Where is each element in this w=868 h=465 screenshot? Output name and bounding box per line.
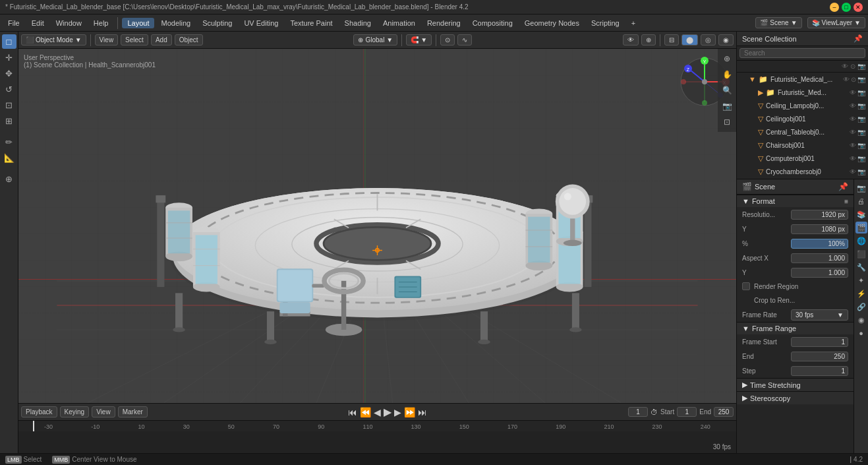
viewport-hand-tool[interactable]: ✋ — [720, 67, 734, 82]
proportional-edit[interactable]: ⊙ — [440, 34, 455, 46]
outliner-item-1[interactable]: ▽ Ceiling_Lampobj0... 👁 📷 — [737, 99, 868, 112]
marker-menu[interactable]: Marker — [118, 406, 148, 418]
menu-help[interactable]: Help — [88, 18, 114, 28]
workspace-geometry-nodes[interactable]: Geometry Nodes — [519, 18, 585, 28]
outliner-item-render[interactable]: 📷 — [857, 76, 865, 83]
workspace-scripting[interactable]: Scripting — [586, 18, 625, 28]
menu-edit[interactable]: Edit — [26, 18, 49, 28]
sidebar-transform-tool[interactable]: ⊞ — [2, 113, 16, 128]
outliner-item-4[interactable]: ▽ Chairsobj001 👁 📷 — [737, 139, 868, 152]
aspect-x-value[interactable]: 1.000 — [791, 253, 848, 263]
aspect-y-value[interactable]: 1.000 — [791, 268, 848, 278]
workspace-add[interactable]: + — [626, 18, 641, 28]
sidebar-select-tool[interactable]: □ — [2, 34, 16, 49]
play-button[interactable]: ▶ — [384, 406, 391, 418]
maximize-button[interactable]: □ — [842, 3, 851, 12]
workspace-modeling[interactable]: Modeling — [156, 18, 196, 28]
outliner-item-collection[interactable]: ▼ 📁 Futuristic_Medical_... 👁 ⊙ 📷 — [737, 73, 868, 86]
outliner-item-0[interactable]: ▶ 📁 Futuristic_Med... 👁 📷 — [737, 86, 868, 99]
resolution-x-value[interactable]: 1920 px — [791, 210, 848, 220]
viewport-gizmos[interactable]: ⊕ — [641, 34, 656, 46]
prop-tab-material[interactable]: ● — [855, 327, 867, 339]
item-0-visible[interactable]: 👁 — [850, 89, 856, 96]
viewport-frame-selected[interactable]: ⊡ — [720, 115, 734, 129]
jump-to-start-button[interactable]: ⏮ — [348, 407, 357, 418]
wireframe-shading[interactable]: ⊟ — [664, 34, 679, 46]
outliner-col-selectable[interactable]: ⊙ — [850, 63, 855, 70]
item-4-render[interactable]: 📷 — [857, 142, 865, 149]
outliner-item-6[interactable]: ▽ Cryochambersobj0 👁 📷 — [737, 165, 868, 178]
format-section-header[interactable]: ▼ Format ≡ — [737, 195, 854, 207]
workspace-rendering[interactable]: Rendering — [422, 18, 466, 28]
prop-tab-output[interactable]: 🖨 — [855, 195, 867, 207]
resolution-percent-value[interactable]: 100% — [791, 239, 848, 249]
frame-step-value[interactable]: 1 — [791, 366, 848, 376]
prop-tab-scene[interactable]: 🎬 — [855, 222, 867, 233]
outliner-col-visible[interactable]: 👁 — [842, 63, 848, 70]
sidebar-scale-tool[interactable]: ⊡ — [2, 98, 16, 112]
workspace-texture-paint[interactable]: Texture Paint — [285, 18, 337, 28]
item-1-render[interactable]: 📷 — [857, 102, 865, 109]
sidebar-rotate-tool[interactable]: ↺ — [2, 82, 16, 96]
stereoscopy-header[interactable]: ▶ Stereoscopy — [737, 391, 854, 404]
keying-menu[interactable]: Keying — [60, 406, 90, 418]
workspace-shading[interactable]: Shading — [339, 18, 376, 28]
viewport-overlays[interactable]: 👁 — [623, 34, 639, 46]
prop-tab-object[interactable]: ⬛ — [855, 248, 867, 260]
item-1-visible[interactable]: 👁 — [850, 102, 856, 109]
item-2-visible[interactable]: 👁 — [850, 115, 856, 123]
viewport-view-gizmo[interactable]: ⊕ — [720, 51, 734, 66]
step-forward-button[interactable]: ⏩ — [404, 407, 415, 418]
item-6-render[interactable]: 📷 — [857, 168, 865, 175]
current-frame-input[interactable]: 1 — [628, 407, 648, 417]
item-0-render[interactable]: 📷 — [857, 89, 865, 96]
frame-start-value[interactable]: 1 — [791, 337, 848, 347]
format-options-icon[interactable]: ≡ — [844, 198, 848, 205]
prop-tab-constraints[interactable]: 🔗 — [855, 301, 867, 313]
frame-end-value[interactable]: 250 — [791, 352, 848, 361]
playback-menu[interactable]: Playback — [21, 406, 57, 418]
sidebar-measure-tool[interactable]: 📐 — [2, 150, 16, 165]
item-5-render[interactable]: 📷 — [857, 155, 865, 162]
workspace-uv-editing[interactable]: UV Editing — [239, 18, 283, 28]
select-menu[interactable]: Select — [121, 34, 148, 46]
view-layer-selector[interactable]: 📚 ViewLayer ▼ — [807, 17, 865, 28]
prop-tab-particles[interactable]: ✦ — [855, 274, 867, 286]
item-6-visible[interactable]: 👁 — [850, 168, 856, 175]
transform-orientation[interactable]: ⊕ Global ▼ — [353, 34, 397, 46]
workspace-animation[interactable]: Animation — [378, 18, 420, 28]
object-menu[interactable]: Object — [175, 34, 203, 46]
scene-selector[interactable]: 🎬 Scene ▼ — [755, 17, 801, 28]
sidebar-annotate-tool[interactable]: ✏ — [2, 135, 16, 149]
prop-tab-view-layer[interactable]: 📚 — [855, 208, 867, 220]
sidebar-cursor-tool[interactable]: ✛ — [2, 50, 16, 65]
frame-range-section-header[interactable]: ▼ Frame Range — [737, 322, 854, 334]
mode-selector[interactable]: ⬛ Object Mode ▼ — [21, 34, 86, 46]
timeline-track[interactable]: -30 -10 10 30 50 70 90 110 130 150 170 1… — [18, 421, 736, 453]
viewport-zoom-in[interactable]: 🔍 — [720, 83, 734, 98]
viewport-camera-view[interactable]: 📷 — [720, 99, 734, 113]
add-menu[interactable]: Add — [151, 34, 172, 46]
outliner-pin-icon[interactable]: 📌 — [854, 34, 863, 43]
outliner-item-visible[interactable]: 👁 — [843, 76, 850, 83]
workspace-sculpting[interactable]: Sculpting — [197, 18, 237, 28]
outliner-col-render[interactable]: 📷 — [857, 63, 865, 70]
sidebar-move-tool[interactable]: ✥ — [2, 66, 16, 80]
view-menu[interactable]: View — [95, 34, 119, 46]
item-5-visible[interactable]: 👁 — [850, 155, 856, 162]
item-4-visible[interactable]: 👁 — [850, 142, 856, 149]
timeline-view-menu[interactable]: View — [92, 406, 115, 418]
frame-rate-dropdown[interactable]: 30 fps ▼ — [791, 309, 848, 321]
viewport-3d[interactable]: User Perspective (1) Scene Collection | … — [18, 49, 736, 403]
outliner-item-2[interactable]: ▽ Ceilingobj001 👁 📷 — [737, 112, 868, 125]
step-back-frame-button[interactable]: ◀ — [374, 407, 381, 418]
pin-properties-icon[interactable]: 📌 — [838, 182, 848, 191]
outliner-item-select[interactable]: ⊙ — [851, 76, 856, 83]
solid-shading[interactable]: ⬤ — [681, 34, 698, 46]
prop-tab-physics[interactable]: ⚡ — [855, 288, 867, 299]
workspace-layout[interactable]: Layout — [122, 18, 154, 28]
resolution-y-value[interactable]: 1080 px — [791, 224, 848, 234]
item-2-render[interactable]: 📷 — [857, 115, 865, 123]
prop-tab-data[interactable]: ◉ — [855, 314, 867, 326]
minimize-button[interactable]: – — [830, 3, 839, 12]
